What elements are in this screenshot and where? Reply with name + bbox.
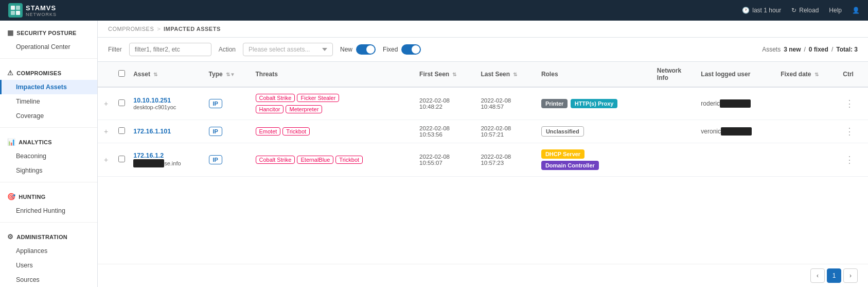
last-user-cell-1: roderic: [697, 87, 776, 120]
asset-hostname-3: se.info: [133, 159, 200, 167]
row-checkbox-2[interactable]: [118, 127, 125, 134]
threat-hancitor[interactable]: Hancitor: [256, 105, 284, 113]
sidebar-item-operational-center[interactable]: Operational Center: [0, 40, 97, 54]
last-seen-cell-1: 2022-02-08 10:48:57: [476, 87, 537, 120]
type-badge-3: IP: [209, 155, 222, 164]
threat-meterpreter[interactable]: Meterpreter: [286, 105, 322, 113]
threat-cobalt-strike-1[interactable]: Cobalt Strike: [256, 94, 295, 102]
user-avatar[interactable]: 👤: [852, 7, 860, 14]
network-info-cell-1: [653, 87, 697, 120]
asset-ip-2[interactable]: 172.16.1.101: [133, 128, 200, 135]
sidebar: ▦ SECURITY POSTURE Operational Center ⚠ …: [0, 21, 98, 287]
compromises-icon: ⚠: [7, 69, 13, 77]
action-label: Action: [219, 46, 236, 53]
threat-trickbot-3[interactable]: Trickbot: [335, 156, 363, 164]
more-button-3[interactable]: ⋮: [843, 155, 856, 165]
asset-ip-1[interactable]: 10.10.10.251: [133, 97, 200, 104]
security-icon: ▦: [7, 29, 13, 37]
sidebar-title-hunting: 🎯 HUNTING: [0, 190, 97, 204]
row-checkbox-3[interactable]: [118, 156, 125, 162]
network-info-cell-2: [653, 120, 697, 143]
threats-wrap-1: Cobalt Strike Ficker Stealer Hancitor Me…: [256, 93, 369, 114]
reload-button[interactable]: ↻ Reload: [791, 7, 819, 14]
svg-rect-1: [16, 6, 20, 10]
fixed-label: Fixed: [383, 46, 398, 53]
th-type: Type ⇅▼: [205, 62, 252, 87]
new-toggle[interactable]: [356, 44, 376, 55]
asset-cell-3: 172.16.1.2 se.info: [129, 143, 204, 177]
last-seen-cell-2: 2022-02-08 10:57:21: [476, 120, 537, 143]
row-checkbox-1[interactable]: [118, 99, 125, 106]
threat-emotet[interactable]: Emotet: [256, 127, 281, 136]
last-seen-cell-3: 2022-02-08 10:57:23: [476, 143, 537, 177]
page-1-button[interactable]: 1: [827, 268, 841, 283]
sort-type-icon[interactable]: ⇅▼: [226, 72, 235, 77]
new-count: 3 new: [784, 46, 801, 53]
th-checkbox: [114, 62, 129, 87]
type-cell-1: IP: [205, 87, 252, 120]
sort-asset-icon[interactable]: ⇅: [153, 72, 157, 77]
sidebar-item-appliances[interactable]: Appliances: [0, 244, 97, 258]
action-select[interactable]: Please select assets...: [243, 43, 333, 56]
select-all-checkbox[interactable]: [118, 70, 125, 77]
sidebar-item-users[interactable]: Users: [0, 258, 97, 273]
th-network-info: NetworkInfo: [653, 62, 697, 87]
check-cell-2: [114, 120, 129, 143]
th-last-user: Last logged user: [697, 62, 776, 87]
sidebar-item-timeline[interactable]: Timeline: [0, 94, 97, 109]
th-fixed-date: Fixed date ⇅: [776, 62, 839, 87]
prev-page-button[interactable]: ‹: [810, 268, 825, 283]
table-header-row: Asset ⇅ Type ⇅▼ Threats First Seen ⇅ Las…: [98, 62, 868, 87]
type-cell-3: IP: [205, 143, 252, 177]
threat-eternalblue[interactable]: EternalBlue: [297, 156, 333, 164]
svg-rect-2: [11, 11, 15, 15]
topbar: STAMVS NETWORKS 🕐 last 1 hour ↻ Reload H…: [0, 0, 868, 21]
fixed-toggle-group: Fixed: [383, 44, 421, 55]
expand-button-1[interactable]: +: [102, 98, 110, 109]
sidebar-item-enriched-hunting[interactable]: Enriched Hunting: [0, 204, 97, 218]
breadcrumb: COMPROMISES > IMPACTED ASSETS: [98, 21, 868, 38]
type-badge-2: IP: [209, 127, 222, 136]
expand-cell-2: +: [98, 120, 114, 143]
asset-ip-3[interactable]: 172.16.1.2: [133, 152, 200, 159]
logo[interactable]: STAMVS NETWORKS: [8, 3, 57, 18]
threat-ficker-stealer[interactable]: Ficker Stealer: [297, 94, 339, 102]
ctrl-cell-1: ⋮: [839, 87, 868, 120]
threat-cobalt-strike-3[interactable]: Cobalt Strike: [256, 156, 295, 164]
expand-button-3[interactable]: +: [102, 155, 110, 165]
sort-first-seen-icon[interactable]: ⇅: [452, 72, 456, 77]
sidebar-item-coverage[interactable]: Coverage: [0, 109, 97, 123]
total-count: Total: 3: [836, 46, 858, 53]
first-seen-cell-1: 2022-02-08 10:48:22: [415, 87, 476, 120]
next-page-button[interactable]: ›: [843, 268, 858, 283]
sidebar-item-beaconing[interactable]: Beaconing: [0, 149, 97, 163]
more-button-2[interactable]: ⋮: [843, 126, 856, 137]
sort-fixed-icon[interactable]: ⇅: [814, 72, 819, 77]
toolbar: Filter Action Please select assets... Ne…: [98, 38, 868, 62]
expand-button-2[interactable]: +: [102, 126, 110, 137]
threat-trickbot-2[interactable]: Trickbot: [282, 127, 310, 136]
sidebar-item-impacted-assets[interactable]: Impacted Assets: [0, 80, 97, 94]
time-filter[interactable]: 🕐 last 1 hour: [742, 7, 781, 14]
last-user-cell-2: veronic: [697, 120, 776, 143]
more-button-1[interactable]: ⋮: [843, 98, 856, 109]
asset-cell-2: 172.16.1.101: [129, 120, 204, 143]
assets-label: Assets: [762, 46, 781, 53]
help-button[interactable]: Help: [829, 7, 842, 14]
sidebar-item-sightings[interactable]: Sightings: [0, 163, 97, 178]
analytics-icon: 📊: [7, 138, 15, 146]
sidebar-section-security: ▦ SECURITY POSTURE Operational Center: [0, 21, 97, 56]
table-row: + 10.10.10.251 desktop-c901yoc IP: [98, 87, 868, 120]
filter-input[interactable]: [129, 43, 211, 56]
new-label: New: [340, 46, 352, 53]
svg-rect-3: [16, 11, 20, 15]
admin-icon: ⚙: [7, 233, 13, 241]
sidebar-item-sources[interactable]: Sources: [0, 273, 97, 287]
sort-last-seen-icon[interactable]: ⇅: [513, 72, 517, 77]
fixed-toggle[interactable]: [401, 44, 421, 55]
table-container: Asset ⇅ Type ⇅▼ Threats First Seen ⇅ Las…: [98, 62, 868, 264]
roles-cell-3: DHCP Server Domain Controller: [537, 143, 653, 177]
pagination: ‹ 1 ›: [98, 264, 868, 287]
th-ctrl: Ctrl: [839, 62, 868, 87]
sidebar-title-administration: ⚙ ADMINISTRATION: [0, 230, 97, 244]
